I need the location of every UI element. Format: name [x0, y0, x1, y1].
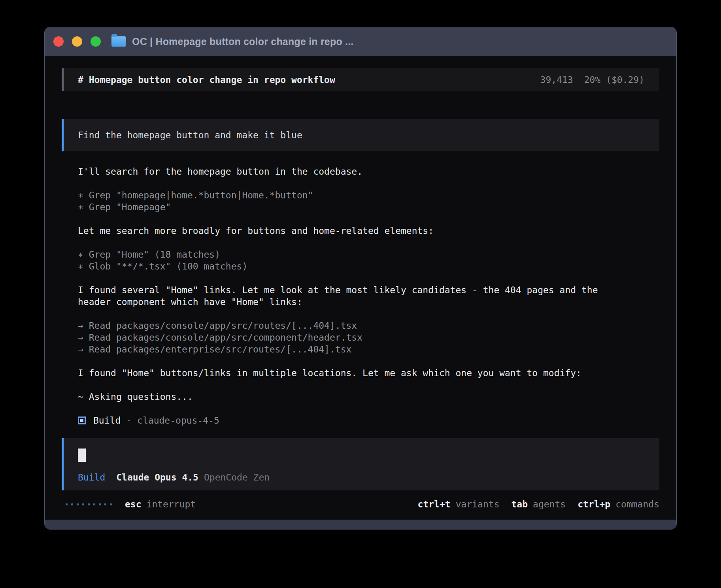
agent-model: claude-opus-4-5: [137, 415, 219, 426]
session-stats: 39,413 20% ($0.29): [540, 75, 644, 85]
conversation-log: I'll search for the homepage button in t…: [62, 166, 659, 426]
context-usage: 20% ($0.29): [584, 75, 644, 85]
spinner-dot: [71, 503, 73, 505]
assistant-text: I found "Home" buttons/links in multiple…: [78, 367, 631, 379]
session-title: # Homepage button color change in repo w…: [78, 75, 335, 85]
status-bar: esc interrupt ctrl+t variants tab agents…: [62, 498, 659, 511]
spinner-dot: [66, 503, 68, 505]
tool-call-grep: ∗ Grep "Home" (18 matches): [78, 249, 659, 260]
titlebar[interactable]: OC | Homepage button color change in rep…: [45, 27, 676, 56]
tool-call-read: → Read packages/console/app/src/routes/[…: [78, 320, 659, 332]
session-header: # Homepage button color change in repo w…: [62, 68, 659, 91]
shortcut-label: variants: [456, 499, 500, 509]
agent-square-icon: [78, 416, 86, 424]
tool-call-glob: ∗ Glob "**/*.tsx" (100 matches): [78, 260, 659, 272]
user-message: Find the homepage button and make it blu…: [62, 119, 659, 151]
assistant-working-status: ~ Asking questions...: [78, 391, 631, 403]
spinner-dot: [110, 503, 112, 505]
shortcut-key: ctrl+t: [418, 499, 451, 509]
shortcut-key: ctrl+p: [578, 499, 610, 509]
status-left: esc interrupt: [62, 499, 196, 509]
shortcut-key-esc[interactable]: esc: [125, 499, 142, 509]
tool-call-grep: ∗ Grep "Homepage": [78, 201, 659, 213]
close-button[interactable]: [53, 36, 64, 47]
shortcut-label: agents: [533, 499, 566, 509]
spinner-dot: [82, 503, 84, 505]
prompt-input[interactable]: Build Claude Opus 4.5 OpenCode Zen: [62, 438, 659, 490]
agent-name: Build: [93, 415, 121, 426]
shortcut-label-interrupt: interrupt: [147, 499, 196, 509]
traffic-lights: [53, 36, 101, 47]
shortcut-key: tab: [511, 499, 528, 509]
token-count: 39,413: [540, 75, 573, 85]
assistant-text: I'll search for the homepage button in t…: [78, 166, 631, 177]
window-title: OC | Homepage button color change in rep…: [132, 36, 353, 47]
tool-call-read: → Read packages/console/app/src/componen…: [78, 332, 659, 343]
user-message-text: Find the homepage button and make it blu…: [78, 130, 302, 140]
terminal-content: # Homepage button color change in repo w…: [45, 56, 676, 520]
status-right: ctrl+t variants tab agents ctrl+p comman…: [418, 499, 659, 509]
shortcut-commands[interactable]: ctrl+p commands: [578, 499, 659, 509]
spinner-dot: [99, 503, 101, 505]
spinner-dot: [77, 503, 79, 505]
minimize-button[interactable]: [72, 36, 82, 47]
spinner-dot: [93, 503, 95, 505]
assistant-text: I found several "Home" links. Let me loo…: [78, 284, 631, 308]
folder-icon: [111, 36, 126, 47]
model-label[interactable]: Claude Opus 4.5: [116, 472, 198, 482]
agent-mode-label[interactable]: Build: [78, 472, 105, 482]
spinner-dots: [66, 503, 112, 505]
terminal-window: OC | Homepage button color change in rep…: [44, 27, 677, 530]
fullscreen-button[interactable]: [91, 36, 101, 47]
shortcut-agents[interactable]: tab agents: [511, 499, 566, 509]
agent-status-row: Build · claude-opus-4-5: [78, 415, 659, 426]
window-bottom-edge: [45, 520, 676, 529]
text-cursor: [78, 449, 86, 462]
tool-call-read: → Read packages/enterprise/src/routes/[.…: [78, 343, 659, 355]
provider-label: OpenCode Zen: [204, 472, 270, 482]
spinner-dot: [104, 503, 106, 505]
spinner-dot: [88, 503, 90, 505]
tool-call-grep: ∗ Grep "homepage|home.*button|Home.*butt…: [78, 189, 659, 201]
shortcut-variants[interactable]: ctrl+t variants: [418, 499, 500, 509]
input-mode-line: Build Claude Opus 4.5 OpenCode Zen: [78, 472, 659, 482]
shortcut-label: commands: [615, 499, 659, 509]
assistant-text: Let me search more broadly for buttons a…: [78, 225, 631, 237]
dot-separator: ·: [126, 415, 132, 426]
